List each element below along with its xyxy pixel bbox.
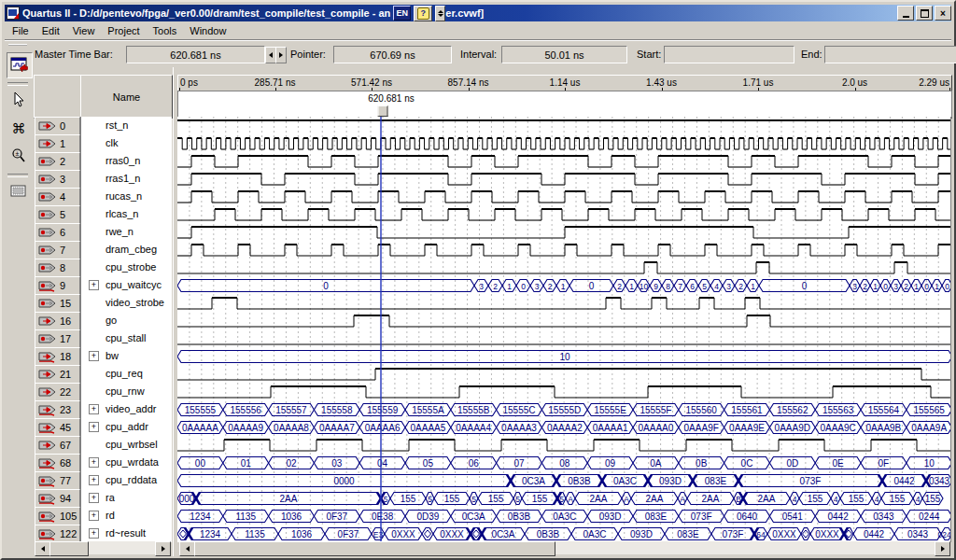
signal-name-label[interactable]: go bbox=[105, 315, 117, 326]
scroll-right-arrow[interactable] bbox=[155, 541, 171, 556]
signal-select-button[interactable]: 22 bbox=[35, 383, 80, 401]
signal-select-button[interactable]: 67 bbox=[35, 436, 80, 455]
signal-select-button[interactable]: 8 bbox=[35, 259, 80, 277]
signal-select-button[interactable]: 15 bbox=[35, 294, 80, 313]
master-time-bar-handle[interactable] bbox=[378, 105, 388, 117]
signal-name-label[interactable]: clk bbox=[105, 137, 118, 148]
name-panel-hscrollbar[interactable] bbox=[35, 541, 171, 554]
minimize-button[interactable] bbox=[897, 6, 914, 21]
signal-name-label[interactable]: dram_cbeg bbox=[105, 244, 157, 255]
svg-text:155: 155 bbox=[444, 494, 460, 504]
signal-name-label[interactable]: rras1_n bbox=[105, 173, 140, 184]
signal-select-button[interactable]: 4 bbox=[35, 188, 80, 206]
signal-select-button[interactable]: 45 bbox=[35, 418, 80, 437]
zoom-tool-button[interactable]: ± bbox=[7, 144, 31, 168]
selection-tool-button[interactable] bbox=[7, 88, 31, 112]
signal-name-label[interactable]: video_addr bbox=[105, 403, 156, 414]
signal-select-button[interactable]: 5 bbox=[35, 205, 80, 224]
menu-file[interactable]: File bbox=[5, 23, 35, 38]
menu-view[interactable]: View bbox=[66, 23, 102, 38]
waveform-edit-tool-button[interactable]: ⌘ bbox=[7, 116, 31, 140]
signal-name-label[interactable]: rwe_n bbox=[105, 226, 134, 237]
signal-select-button[interactable]: 122 bbox=[35, 525, 80, 543]
start-field[interactable] bbox=[664, 46, 794, 63]
scroll-left-arrow[interactable] bbox=[35, 541, 50, 556]
full-screen-tool-button[interactable] bbox=[7, 179, 31, 203]
signal-select-button[interactable]: 7 bbox=[35, 241, 80, 259]
signal-name-label[interactable]: rd bbox=[105, 510, 115, 521]
svg-text:6: 6 bbox=[690, 282, 695, 291]
expand-plus-box[interactable]: + bbox=[89, 528, 99, 539]
menu-project[interactable]: Project bbox=[101, 23, 146, 38]
signal-select-button[interactable]: 23 bbox=[35, 400, 80, 419]
signal-name-label[interactable]: rras0_n bbox=[105, 155, 140, 166]
expand-plus-box[interactable]: + bbox=[89, 351, 99, 361]
scroll-right-arrow[interactable] bbox=[935, 541, 950, 556]
svg-text:2: 2 bbox=[904, 282, 908, 291]
signal-select-button[interactable]: 2 bbox=[35, 152, 80, 171]
master-time-bar-field[interactable]: 620.681 ns bbox=[126, 46, 265, 63]
close-button[interactable]: × bbox=[935, 6, 951, 21]
time-bar-next-button[interactable] bbox=[275, 47, 287, 63]
signal-select-button[interactable]: 17 bbox=[35, 329, 80, 348]
signal-select-button[interactable]: 3 bbox=[35, 170, 80, 189]
signal-select-button[interactable]: 16 bbox=[35, 312, 80, 330]
signal-name-label[interactable]: rucas_n bbox=[105, 190, 142, 202]
expand-plus-box[interactable]: + bbox=[89, 511, 99, 521]
svg-text:64: 64 bbox=[756, 530, 766, 539]
end-field[interactable] bbox=[824, 46, 956, 63]
signal-select-button[interactable]: 1 bbox=[35, 134, 80, 153]
waveform-hscrollbar[interactable] bbox=[179, 541, 950, 554]
svg-text:000: 000 bbox=[179, 494, 195, 504]
expand-plus-box[interactable]: + bbox=[89, 404, 99, 414]
signal-select-button[interactable]: 94 bbox=[35, 489, 80, 508]
signal-name-label[interactable]: rlcas_n bbox=[105, 208, 138, 219]
signal-select-button[interactable]: 105 bbox=[35, 507, 80, 525]
expand-plus-box[interactable]: + bbox=[89, 280, 99, 290]
signal-name-label[interactable]: cpu_addr bbox=[105, 421, 148, 432]
signal-name-label[interactable]: cpu_stall bbox=[105, 332, 146, 343]
signal-select-button[interactable]: 18 bbox=[35, 347, 80, 366]
scrollbar-thumb[interactable] bbox=[49, 541, 89, 556]
signal-select-button[interactable]: 68 bbox=[35, 454, 80, 472]
menu-window[interactable]: Window bbox=[183, 23, 232, 38]
expand-plus-box[interactable]: + bbox=[89, 475, 99, 485]
scroll-left-arrow[interactable] bbox=[179, 541, 195, 556]
pointer-label: Pointer: bbox=[290, 49, 326, 60]
signal-name-label[interactable]: cpu_rddata bbox=[105, 474, 157, 485]
signal-name-label[interactable]: ra bbox=[105, 492, 115, 503]
language-indicator-badge[interactable]: EN bbox=[393, 6, 411, 21]
signal-name-label[interactable]: bw bbox=[105, 350, 119, 361]
signal-select-button[interactable]: 6 bbox=[35, 223, 80, 242]
signal-name-label[interactable]: video_strobe bbox=[105, 297, 164, 308]
signal-name-label[interactable]: cpu_wrbsel bbox=[105, 439, 158, 450]
signal-name-label[interactable]: rst_n bbox=[105, 119, 128, 131]
signal-select-button[interactable]: 0 bbox=[35, 117, 80, 135]
signal-row-video_addr: 23+video_addr bbox=[33, 400, 173, 418]
svg-text:E3: E3 bbox=[373, 530, 384, 539]
waveform-editor-icon[interactable] bbox=[7, 52, 33, 78]
help-icon[interactable]: ? bbox=[414, 6, 432, 21]
time-bar-marker-band[interactable]: 620.681 ns bbox=[177, 91, 952, 119]
toolbar-grip-icon[interactable] bbox=[435, 6, 445, 21]
signal-name-label[interactable]: cpu_waitcyc bbox=[105, 279, 162, 290]
waveform-canvas[interactable]: 0321032102110987654321032103210101015555… bbox=[177, 117, 950, 542]
expand-plus-box[interactable]: + bbox=[89, 493, 99, 503]
signal-name-label[interactable]: cpu_wrdata bbox=[105, 456, 159, 468]
signal-name-label[interactable]: rd~result bbox=[105, 527, 146, 539]
quartus-app-icon[interactable] bbox=[7, 7, 20, 20]
signal-name-label[interactable]: cpu_req bbox=[105, 368, 143, 379]
scrollbar-thumb[interactable] bbox=[194, 541, 555, 556]
svg-text:01: 01 bbox=[241, 458, 252, 469]
signal-select-button[interactable]: 77 bbox=[35, 471, 80, 490]
signal-select-button[interactable]: 21 bbox=[35, 365, 80, 384]
expand-plus-box[interactable]: + bbox=[89, 457, 99, 468]
signal-name-label[interactable]: cpu_rnw bbox=[105, 385, 145, 397]
expand-plus-box[interactable]: + bbox=[89, 422, 99, 432]
restore-button[interactable] bbox=[916, 6, 933, 21]
master-time-bar-value: 620.681 ns bbox=[368, 93, 415, 104]
menu-edit[interactable]: Edit bbox=[35, 23, 66, 38]
menu-tools[interactable]: Tools bbox=[147, 23, 184, 38]
signal-select-button[interactable]: 9 bbox=[35, 276, 80, 295]
signal-name-label[interactable]: cpu_strobe bbox=[105, 261, 156, 273]
